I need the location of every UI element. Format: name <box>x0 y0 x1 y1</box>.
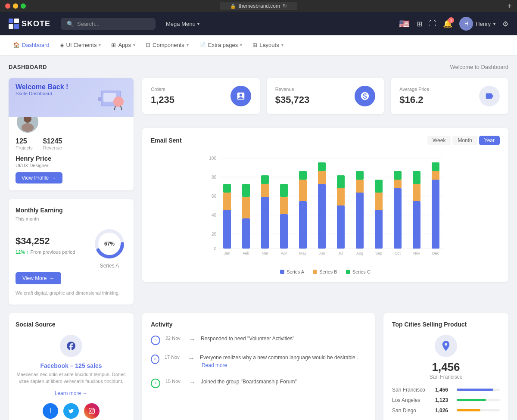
svg-rect-49 <box>337 188 345 205</box>
user-name: Henry <box>476 21 491 27</box>
week-filter-button[interactable]: Week <box>427 136 451 145</box>
facebook-button[interactable]: f <box>43 403 58 419</box>
nav-extra-pages[interactable]: 📄 Extra pages ▾ <box>195 40 246 50</box>
reload-icon[interactable]: ↻ <box>283 3 287 9</box>
instagram-button[interactable] <box>84 403 100 419</box>
nav-layouts[interactable]: ⊞ Layouts ▾ <box>248 40 288 50</box>
svg-text:80: 80 <box>212 175 217 180</box>
svg-rect-62 <box>394 171 402 180</box>
grid-icon[interactable]: ⊞ <box>417 20 422 28</box>
read-more-link[interactable]: Read more <box>202 362 227 368</box>
change-pct: 12% ↑ <box>16 249 29 255</box>
city-bar-wrap-1 <box>457 399 500 401</box>
chart-legend: Series A Series B Series C <box>151 269 500 274</box>
avg-price-icon <box>479 86 500 106</box>
activity-item-2: ○ 17 Nov → Everyone realizes why a new c… <box>151 354 366 369</box>
chart-title: Email Sent <box>151 137 182 144</box>
search-input[interactable] <box>77 21 149 27</box>
settings-icon[interactable]: ⚙ <box>502 20 508 28</box>
maximize-button[interactable] <box>21 3 26 9</box>
notification-button[interactable]: 🔔 3 <box>443 19 452 28</box>
svg-text:60: 60 <box>212 194 217 199</box>
svg-rect-66 <box>413 171 420 184</box>
monthly-change: 12% ↑ From previous period <box>16 249 75 255</box>
orders-label: Orders <box>151 87 174 92</box>
secondary-nav: 🏠 Dashboard ◈ UI Elements ▾ ⊞ Apps ▾ ⊡ C… <box>0 35 517 55</box>
view-more-button[interactable]: View More → <box>16 272 61 284</box>
new-tab-button[interactable]: + <box>507 2 512 11</box>
email-chart-card: Email Sent Week Month Year 100 80 60 40 <box>142 128 508 282</box>
city-bar-1 <box>457 399 486 401</box>
svg-rect-60 <box>394 188 402 249</box>
svg-rect-26 <box>223 184 231 193</box>
city-value-1: 1,123 <box>435 397 452 403</box>
dashboard-icon: 🏠 <box>13 42 20 48</box>
profile-card: Welcome Back ! Skote Dashboard <box>9 78 134 190</box>
stats-row: Orders 1,235 Revenue $35,723 <box>142 78 508 114</box>
nav-dashboard[interactable]: 🏠 Dashboard <box>9 40 54 50</box>
svg-rect-42 <box>299 171 307 180</box>
minimize-button[interactable] <box>13 3 18 9</box>
svg-text:Sep: Sep <box>375 251 382 255</box>
svg-point-8 <box>22 123 34 132</box>
profile-info: 125 Projects $1245 Revenue Henry Price U… <box>9 117 134 190</box>
cities-main-value: 1,456 <box>432 361 460 374</box>
user-menu[interactable]: H Henry ▾ <box>459 17 495 31</box>
city-row-1: Los Angeles 1,123 <box>392 397 500 403</box>
learn-more-link[interactable]: Learn more → <box>16 390 127 396</box>
radial-label: Series A <box>100 263 119 269</box>
projects-stat: 125 Projects <box>16 137 33 150</box>
svg-text:Oct: Oct <box>395 251 401 255</box>
nav-extra-label: Extra pages <box>208 42 238 48</box>
cities-main-city: San Francisco <box>430 374 463 380</box>
nav-ui-elements[interactable]: ◈ UI Elements ▾ <box>56 40 106 50</box>
activity-icon-1: ○ <box>151 336 160 345</box>
activity-date-1: 22 Nov <box>165 336 184 341</box>
svg-rect-36 <box>280 214 288 249</box>
view-more-label: View More <box>22 275 47 281</box>
city-name-0: San Francisco <box>392 387 431 393</box>
svg-rect-32 <box>261 197 269 249</box>
svg-rect-70 <box>432 162 439 171</box>
svg-rect-30 <box>242 184 250 197</box>
svg-line-3 <box>114 106 115 110</box>
city-name-1: Los Angeles <box>392 397 431 403</box>
avg-price-card: Average Price $16.2 <box>391 78 508 114</box>
monthly-title: Monthly Earning <box>16 207 127 214</box>
series-b-dot <box>313 270 317 274</box>
chevron-icon: ▾ <box>99 43 101 47</box>
apps-icon: ⊞ <box>111 42 116 48</box>
chevron-icon: ▾ <box>281 43 283 47</box>
close-button[interactable] <box>5 3 10 9</box>
activity-date-2: 17 Nov <box>165 355 183 360</box>
bar-chart-svg: 100 80 60 40 20 0 <box>151 152 500 264</box>
social-icon-wrap <box>16 335 127 357</box>
svg-rect-65 <box>413 184 420 201</box>
monthly-card: Monthly Earning This month $34,252 12% ↑… <box>9 199 134 305</box>
city-name-2: San Diego <box>392 408 431 414</box>
profile-role: UI/UX Designer <box>16 163 127 168</box>
nav-apps[interactable]: ⊞ Apps ▾ <box>107 40 140 50</box>
nav-layouts-label: Layouts <box>259 42 279 48</box>
svg-rect-29 <box>242 197 250 218</box>
nav-components[interactable]: ⊡ Components ▾ <box>141 40 193 50</box>
profile-stats: 125 Projects $1245 Revenue <box>16 137 127 150</box>
profile-banner-text: Welcome Back ! Skote Dashboard <box>16 83 68 96</box>
top-nav-right: 🇺🇸 ⊞ ⛶ 🔔 3 H Henry ▾ ⚙ <box>399 17 508 31</box>
revenue-value: $1245 <box>43 137 62 145</box>
expand-icon[interactable]: ⛶ <box>429 20 436 28</box>
mega-menu-button[interactable]: Mega Menu ▾ <box>166 21 199 27</box>
view-profile-button[interactable]: View Profile → <box>16 172 62 184</box>
twitter-button[interactable] <box>63 403 79 419</box>
month-filter-button[interactable]: Month <box>452 136 477 145</box>
flag-icon[interactable]: 🇺🇸 <box>399 19 410 29</box>
chevron-icon: ▾ <box>240 43 242 47</box>
logo-text: SKOTE <box>22 19 50 28</box>
activity-title: Activity <box>151 321 366 328</box>
top-row: Welcome Back ! Skote Dashboard <box>9 78 508 305</box>
year-filter-button[interactable]: Year <box>479 136 500 145</box>
svg-rect-24 <box>223 210 231 249</box>
banner-subtitle: Skote Dashboard <box>16 91 68 96</box>
logo[interactable]: SKOTE <box>9 19 50 29</box>
search-bar[interactable]: 🔍 <box>61 18 156 30</box>
